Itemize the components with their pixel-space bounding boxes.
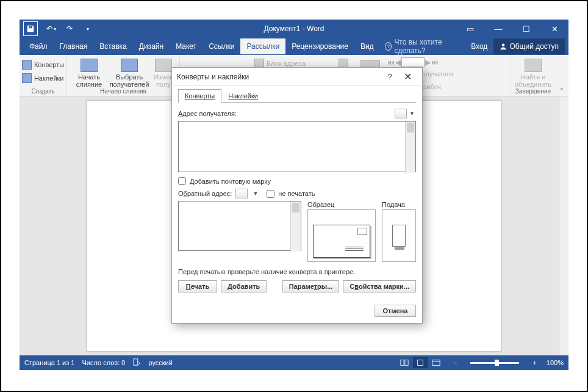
minimize-button[interactable]: — (484, 20, 512, 38)
svg-rect-1 (401, 360, 404, 366)
word-count[interactable]: Число слов: 0 (82, 359, 125, 366)
finish-merge-button[interactable]: Найти и объединить (515, 56, 551, 88)
lightbulb-icon: ? (385, 42, 392, 51)
first-record-icon[interactable]: ⏮ (387, 58, 395, 67)
address-dropdown[interactable]: ▼ (408, 111, 416, 117)
tell-me-search[interactable]: ? Что вы хотите сделать? (380, 38, 465, 55)
merge-icon (81, 59, 98, 72)
group-label-create: Создать (31, 88, 54, 96)
no-print-label: не печатать (278, 190, 315, 197)
svg-rect-2 (405, 360, 408, 366)
feed-preview[interactable] (382, 209, 416, 262)
finish-icon (525, 59, 542, 72)
web-layout-button[interactable] (429, 357, 443, 368)
postage-props-button[interactable]: Свойства марки... (343, 280, 416, 292)
dialog-tabs: Конверты Наклейки (178, 89, 416, 103)
add-postage-checkbox[interactable]: Добавить почтовую марку (178, 177, 416, 185)
svg-rect-4 (432, 360, 440, 366)
redo-button[interactable]: ↷ (61, 20, 78, 37)
cancel-button[interactable]: Отмена (375, 305, 416, 317)
proofing-icon[interactable] (132, 358, 141, 368)
svg-point-0 (502, 44, 505, 47)
tab-envelopes[interactable]: Конверты (178, 89, 221, 103)
share-label: Общий доступ (509, 42, 559, 51)
recipient-address-label: Адрес получателя: (178, 110, 237, 117)
collapse-ribbon-button[interactable]: ˄ (555, 55, 568, 96)
tab-design[interactable]: Дизайн (133, 38, 170, 54)
record-number-input[interactable] (401, 57, 425, 67)
signin-button[interactable]: Вход (465, 38, 493, 54)
return-address-input[interactable] (178, 201, 301, 251)
prev-record-icon[interactable]: ◀ (395, 58, 401, 67)
print-button[interactable]: Печать (178, 280, 217, 292)
maximize-button[interactable]: ☐ (512, 20, 540, 38)
dialog-help-button[interactable]: ? (382, 72, 398, 81)
return-address-book-icon[interactable] (235, 189, 248, 198)
tab-view[interactable]: Вид (354, 38, 380, 54)
label-icon (22, 73, 32, 83)
tab-review[interactable]: Рецензирование (285, 38, 354, 54)
close-button[interactable]: ✕ (540, 20, 568, 38)
recipient-address-input[interactable] (178, 121, 416, 172)
options-button[interactable]: Параметры... (282, 280, 340, 292)
add-button[interactable]: Добавить (221, 280, 267, 292)
tab-layout[interactable]: Макет (170, 38, 203, 54)
tab-references[interactable]: Ссылки (203, 38, 240, 54)
envelopes-button[interactable]: Конверты (20, 59, 66, 71)
person-icon (500, 43, 507, 50)
tab-mailings[interactable]: Рассылки (240, 38, 285, 54)
envelope-preview[interactable] (307, 209, 376, 262)
undo-button[interactable]: ↶ ▾ (43, 20, 60, 37)
ribbon-options-button[interactable]: ▭ (456, 20, 484, 38)
labels-button[interactable]: Наклейки (20, 72, 66, 84)
language-indicator[interactable]: русский (148, 359, 172, 366)
save-button[interactable] (23, 21, 38, 36)
recipients-icon (121, 59, 138, 72)
zoom-level[interactable]: 100% (547, 359, 564, 366)
share-button[interactable]: Общий доступ (493, 38, 565, 54)
vertical-scrollbar[interactable] (559, 96, 568, 355)
svg-rect-3 (418, 360, 423, 366)
dialog-title: Конверты и наклейки (177, 73, 249, 81)
tab-labels[interactable]: Наклейки (221, 89, 265, 103)
zoom-in-button[interactable]: + (530, 359, 539, 366)
group-label-startmerge: Начало слияния (100, 88, 146, 96)
page-indicator[interactable]: Страница 1 из 1 (24, 359, 74, 366)
menubar: Файл Главная Вставка Дизайн Макет Ссылки… (20, 38, 568, 55)
no-print-input[interactable] (267, 190, 274, 198)
titlebar: ↶ ▾ ↷ ▾ Документ1 - Word ▭ — ☐ ✕ (20, 20, 568, 38)
address-book-icon[interactable] (395, 109, 407, 118)
printer-hint: Перед печатью проверьте наличие конверта… (178, 268, 416, 275)
add-postage-label: Добавить почтовую марку (190, 178, 271, 185)
feed-label: Подача (382, 201, 416, 208)
start-merge-button[interactable]: Начать слияние (71, 56, 107, 88)
return-address-dropdown[interactable]: ▼ (251, 191, 259, 197)
last-record-icon[interactable]: ⏭ (431, 58, 439, 67)
window-title: Документ1 - Word (264, 24, 324, 33)
tell-me-placeholder: Что вы хотите сделать? (394, 38, 460, 55)
add-postage-input[interactable] (178, 177, 186, 185)
envelope-icon (22, 60, 32, 70)
zoom-slider[interactable] (470, 362, 519, 364)
statusbar: Страница 1 из 1 Число слов: 0 русский − … (20, 355, 568, 370)
tab-file[interactable]: Файл (23, 38, 54, 54)
edit-list-icon (155, 59, 172, 72)
no-print-checkbox[interactable]: не печатать (267, 190, 315, 198)
return-address-label: Обратный адрес: (178, 190, 232, 197)
sample-label: Образец (307, 201, 376, 208)
select-recipients-button[interactable]: Выбрать получателей (111, 56, 148, 88)
next-record-icon[interactable]: ▶ (425, 58, 431, 67)
envelopes-labels-dialog: Конверты и наклейки ? ✕ Конверты Наклейк… (171, 67, 423, 324)
zoom-out-button[interactable]: − (451, 359, 459, 366)
tab-home[interactable]: Главная (54, 38, 94, 54)
dialog-close-button[interactable]: ✕ (398, 71, 417, 82)
tab-insert[interactable]: Вставка (93, 38, 133, 54)
qat-customize[interactable]: ▾ (79, 20, 96, 37)
print-layout-button[interactable] (413, 357, 428, 368)
read-mode-button[interactable] (397, 357, 412, 368)
group-label-finish: Завершение (515, 88, 551, 96)
record-nav[interactable]: ⏮ ◀ ▶ ⏭ (387, 57, 456, 67)
